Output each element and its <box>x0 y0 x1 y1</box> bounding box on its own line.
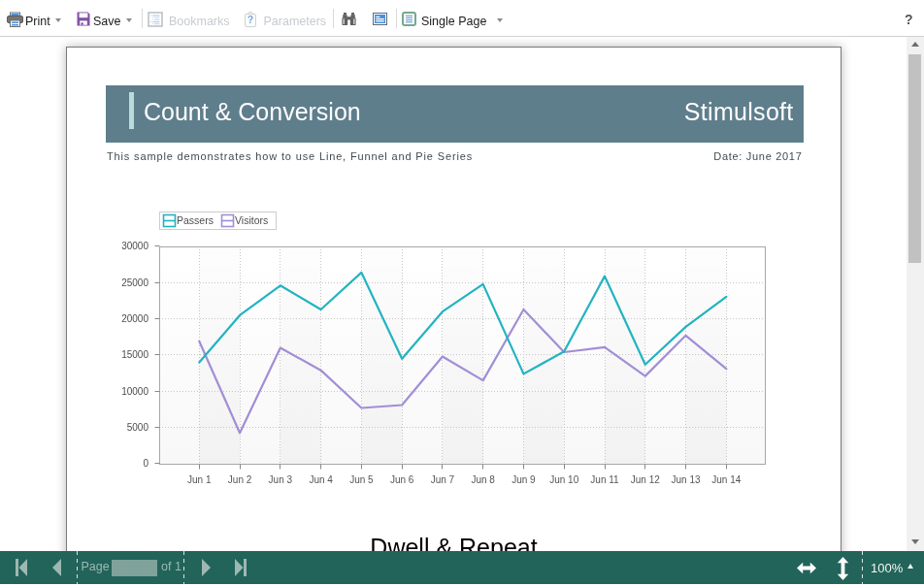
svg-text:Dwell & Repeat: Dwell & Repeat <box>370 534 537 551</box>
svg-text:Jun 6: Jun 6 <box>390 474 414 485</box>
svg-text:Stimulsoft: Stimulsoft <box>684 98 794 125</box>
svg-text:Jun 9: Jun 9 <box>512 474 536 485</box>
svg-text:0: 0 <box>143 458 148 469</box>
svg-text:?: ? <box>905 12 913 27</box>
svg-text:Jun 14: Jun 14 <box>711 474 741 485</box>
svg-text:20000: 20000 <box>121 313 148 324</box>
svg-text:?: ? <box>248 14 253 25</box>
svg-text:30000: 30000 <box>121 241 148 251</box>
svg-text:10000: 10000 <box>121 386 148 397</box>
svg-text:5000: 5000 <box>127 422 149 433</box>
svg-text:Print: Print <box>25 15 50 28</box>
svg-text:Jun 7: Jun 7 <box>431 474 455 485</box>
svg-text:Parameters: Parameters <box>264 15 327 28</box>
svg-text:Count & Conversion: Count & Conversion <box>144 98 361 125</box>
svg-text:Save: Save <box>93 15 121 28</box>
svg-text:Passers: Passers <box>177 214 214 226</box>
svg-text:Visitors: Visitors <box>235 214 268 226</box>
svg-text:100%: 100% <box>871 561 904 575</box>
svg-text:Jun 8: Jun 8 <box>471 474 495 485</box>
svg-text:Jun 13: Jun 13 <box>672 474 701 485</box>
svg-text:of 1: of 1 <box>161 560 182 573</box>
svg-text:Jun 12: Jun 12 <box>631 474 660 485</box>
svg-text:Jun 3: Jun 3 <box>269 474 293 485</box>
svg-text:Jun 10: Jun 10 <box>549 474 578 485</box>
svg-text:Jun 1: Jun 1 <box>187 474 212 485</box>
svg-text:Jun 4: Jun 4 <box>309 474 333 485</box>
svg-text:Jun 2: Jun 2 <box>228 474 252 485</box>
svg-text:15000: 15000 <box>121 349 148 360</box>
svg-text:Bookmarks: Bookmarks <box>169 15 230 28</box>
svg-text:Jun 11: Jun 11 <box>590 474 619 485</box>
svg-text:Date: June 2017: Date: June 2017 <box>713 150 802 162</box>
svg-text:Jun 5: Jun 5 <box>349 474 374 485</box>
svg-text:This sample demonstrates how t: This sample demonstrates how to use Line… <box>107 150 473 162</box>
svg-text:Single Page: Single Page <box>421 15 486 28</box>
svg-text:Page: Page <box>82 560 110 573</box>
svg-text:25000: 25000 <box>121 277 148 288</box>
